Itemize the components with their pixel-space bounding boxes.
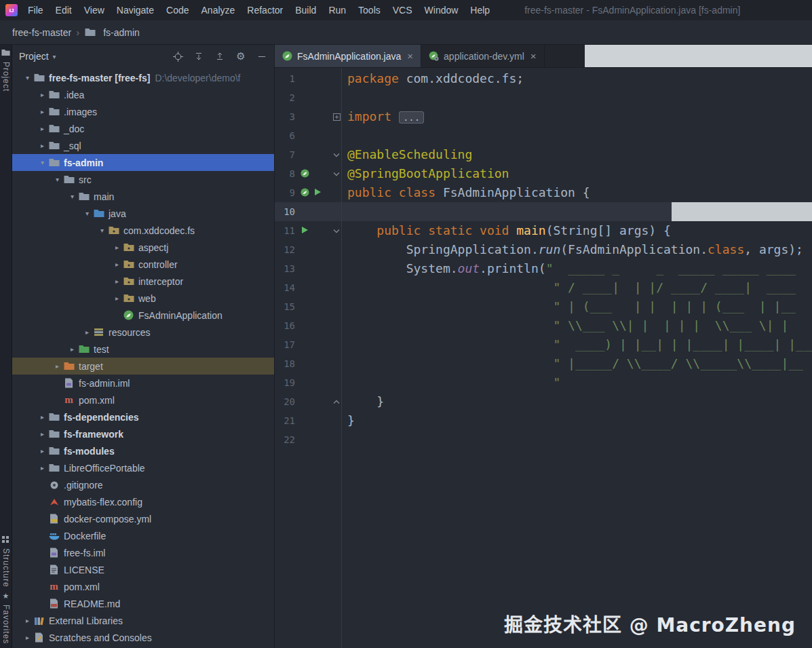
menu-item-run[interactable]: Run [322,0,352,20]
chevron-right-icon[interactable]: ▸ [81,328,93,336]
chevron-right-icon[interactable]: ▸ [66,345,78,353]
code-line-9[interactable]: 9public class FsAdminApplication { [275,183,812,202]
code-line-7[interactable]: 7@EnableScheduling [275,145,812,164]
fold-marker-icon[interactable] [332,172,341,176]
tree-item-fs-modules[interactable]: ▸fs-modules [12,442,274,459]
chevron-down-icon[interactable]: ▾ [37,159,48,166]
chevron-right-icon[interactable]: ▸ [22,634,33,641]
code-line-16[interactable]: 16 " \\___ \\| | | | | \\___ \| | [275,316,812,335]
tree-item-license[interactable]: LICENSE [12,561,274,578]
structure-icon[interactable] [1,535,10,544]
tree-item-main[interactable]: ▾main [12,188,274,205]
tree-item-target[interactable]: ▸target [12,358,274,375]
menu-item-analyze[interactable]: Analyze [195,0,241,20]
menu-item-navigate[interactable]: Navigate [111,0,160,20]
menu-item-refactor[interactable]: Refactor [241,0,289,20]
tree-item-sql[interactable]: ▸_sql [12,137,274,154]
code-line-3[interactable]: 3import ... [275,107,812,126]
run-icon[interactable] [301,226,310,235]
run-icon[interactable] [313,188,323,197]
code-line-12[interactable]: 12 SpringApplication.run(FsAdminApplicat… [275,240,812,259]
chevron-right-icon[interactable]: ▸ [37,464,48,472]
chevron-right-icon[interactable]: ▸ [37,142,48,149]
code-line-19[interactable]: 19 " [275,373,812,392]
collapse-all-icon[interactable] [214,51,225,62]
tree-item-gitignore[interactable]: .gitignore [12,476,274,493]
tree-item-src[interactable]: ▾src [12,171,274,188]
chevron-right-icon[interactable]: ▸ [52,362,63,370]
code-line-8[interactable]: 8@SpringBootApplication [275,164,812,183]
toolwindow-button-structure[interactable]: Structure [1,548,11,588]
folded-imports-region[interactable]: ... [399,111,424,123]
menu-item-view[interactable]: View [78,0,111,20]
tree-item-web[interactable]: ▸web [12,290,274,307]
code-editor[interactable]: 1package com.xddcodec.fs;23import ...67@… [275,68,812,648]
toolwindow-button-project[interactable]: Project [1,62,11,92]
tree-item-fs-framework[interactable]: ▸fs-framework [12,425,274,442]
chevron-right-icon[interactable]: ▸ [37,125,48,132]
breadcrumb-item-fs-admin[interactable]: fs-admin [84,27,140,38]
chevron-down-icon[interactable]: ▾ [66,193,78,200]
spring-bean-icon[interactable] [301,169,310,178]
favorites-star-icon[interactable]: ★ [3,592,9,601]
tree-item-dockerfile[interactable]: Dockerfile [12,527,274,544]
chevron-down-icon[interactable]: ▾ [22,74,33,81]
code-line-22[interactable]: 22 [275,430,812,449]
chevron-right-icon[interactable]: ▸ [111,261,123,268]
menu-item-help[interactable]: Help [464,0,496,20]
code-line-1[interactable]: 1package com.xddcodec.fs; [275,69,812,88]
tree-item-fs-admin[interactable]: ▾fs-admin [12,154,274,171]
project-panel-title[interactable]: Project [19,51,49,62]
code-line-15[interactable]: 15 " | (___ | | | | | (___ | |__ [275,297,812,316]
tree-item-fs-dependencies[interactable]: ▸fs-dependencies [12,408,274,425]
code-line-20[interactable]: 20 } [275,392,812,411]
project-toolwindow-icon[interactable] [1,49,10,58]
tree-item-scratches-and-consoles[interactable]: ▸Scratches and Consoles [12,629,274,646]
chevron-down-icon[interactable]: ▾ [52,176,63,183]
tree-item-test[interactable]: ▸test [12,341,274,358]
chevron-right-icon[interactable]: ▸ [22,617,33,624]
tree-item-java[interactable]: ▾java [12,205,274,222]
tree-item-free-fs-iml[interactable]: free-fs.iml [12,544,274,561]
settings-icon[interactable]: ⚙ [235,51,246,62]
tree-item-doc[interactable]: ▸_doc [12,120,274,137]
expand-all-icon[interactable] [193,51,204,62]
chevron-right-icon[interactable]: ▸ [111,278,123,285]
fold-marker-icon[interactable] [332,153,341,157]
menu-item-code[interactable]: Code [160,0,195,20]
spring-bean-icon[interactable] [301,188,310,197]
tree-item-images[interactable]: ▸.images [12,103,274,120]
chevron-right-icon[interactable]: ▸ [37,108,48,115]
tree-item-docker-compose-yml[interactable]: docker-compose.yml [12,510,274,527]
code-line-17[interactable]: 17 " ____) | |__| | |____| |____| |___ [275,335,812,354]
menu-item-vcs[interactable]: VCS [387,0,419,20]
tree-item-libreofficeportable[interactable]: ▸LibreOfficePortable [12,459,274,476]
tab-application-dev-yml[interactable]: application-dev.yml× [421,45,545,67]
hide-icon[interactable]: ─ [256,51,267,62]
menu-item-window[interactable]: Window [419,0,465,20]
fold-marker-icon[interactable] [332,229,341,233]
tree-item-external-libraries[interactable]: ▸External Libraries [12,612,274,629]
fold-marker-icon[interactable] [332,113,341,121]
code-line-13[interactable]: 13 System.out.println(" _____ _ _ _____ … [275,259,812,278]
chevron-right-icon[interactable]: ▸ [37,91,48,98]
tree-item-aspectj[interactable]: ▸aspectj [12,239,274,256]
tab-fsadminapplication-java[interactable]: FsAdminApplication.java× [275,45,421,67]
breadcrumb-item-free-fs-master[interactable]: free-fs-master [12,27,71,38]
tree-item-resources[interactable]: ▸resources [12,324,274,341]
chevron-down-icon[interactable]: ▾ [81,210,93,217]
chevron-right-icon[interactable]: ▸ [37,430,48,438]
tree-item-controller[interactable]: ▸controller [12,256,274,273]
chevron-down-icon[interactable]: ▾ [53,53,56,60]
code-line-2[interactable]: 2 [275,88,812,107]
menu-item-build[interactable]: Build [289,0,322,20]
code-line-10[interactable]: 10 [275,202,812,221]
locate-icon[interactable] [172,51,183,62]
code-line-18[interactable]: 18 " |_____/ \\____/ \\_____\\____|__ [275,354,812,373]
close-icon[interactable]: × [407,50,413,62]
toolwindow-button-favorites[interactable]: Favorites [1,605,11,644]
tree-item-pom-xml[interactable]: mpom.xml [12,392,274,408]
chevron-right-icon[interactable]: ▸ [111,244,123,251]
code-line-6[interactable]: 6 [275,126,812,145]
menu-item-tools[interactable]: Tools [352,0,387,20]
